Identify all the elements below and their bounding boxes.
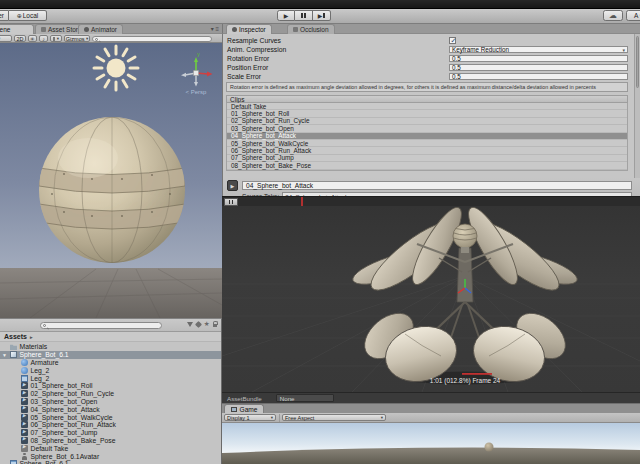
audio-icon: ♪ bbox=[42, 36, 45, 42]
asset-row-clip-bake-pose[interactable]: 08_Sphere_bot_Bake_Pose bbox=[0, 437, 221, 445]
clips-list: Default Take 01_Sphere_bot_Roll 02_Spher… bbox=[226, 103, 628, 171]
project-search-input[interactable] bbox=[40, 322, 162, 330]
breadcrumb[interactable]: Assets▸ bbox=[0, 332, 221, 342]
2d-toggle-button[interactable]: 2D bbox=[14, 35, 26, 42]
project-toolbar: ★ bbox=[0, 319, 221, 332]
asset-row-clip-run-cycle[interactable]: 02_Sphere_bot_Run_Cycle bbox=[0, 390, 221, 398]
preview-3d-render: 1:01 (012.8%) Frame 24 bbox=[222, 206, 640, 392]
play-icon: ▶ bbox=[231, 183, 235, 189]
search-by-type-icon[interactable] bbox=[187, 322, 193, 327]
image-icon bbox=[53, 37, 55, 41]
scene-audio-toggle[interactable]: ♪ bbox=[39, 35, 48, 42]
asset-row-sphere-bot-mesh[interactable]: Sphere_Bot_6.1 bbox=[0, 460, 221, 464]
rotation-error-field[interactable]: 0.5 bbox=[449, 55, 628, 63]
display-dropdown[interactable]: Display 1▾ bbox=[224, 414, 276, 421]
asset-row-sphere-bot-model[interactable]: ▼Sphere_Bot_6.1 bbox=[0, 351, 221, 359]
animation-clip-icon bbox=[21, 398, 28, 405]
chevron-down-icon: ▾ bbox=[381, 415, 383, 420]
play-button[interactable]: ▶ bbox=[277, 10, 295, 21]
pivot-toggle-button[interactable]: Center bbox=[0, 10, 9, 21]
asset-row-clip-roll[interactable]: 01_Sphere_bot_Roll bbox=[0, 382, 221, 390]
playmode-controls: ▶ ▶ bbox=[277, 10, 331, 21]
scene-3d-render: y bbox=[0, 43, 222, 318]
anim-compression-dropdown[interactable]: Keyframe Reduction bbox=[449, 46, 628, 54]
step-button[interactable]: ▶ bbox=[313, 10, 331, 21]
sun-icon: ☀ bbox=[30, 36, 35, 42]
local-global-toggle-button[interactable]: ⊕Local bbox=[9, 10, 47, 21]
assetbundle-dropdown[interactable]: None bbox=[276, 394, 334, 402]
asset-row-leg2-transform[interactable]: Leg_2 bbox=[0, 366, 221, 374]
resample-curves-checkbox[interactable] bbox=[449, 37, 456, 44]
animation-clip-icon bbox=[21, 382, 28, 389]
unity-editor-window: Window Help Center ⊕Local ▶ ▶ ☁ A▾ Scene… bbox=[0, 0, 640, 464]
asset-row-leg2-mesh[interactable]: Leg_2 bbox=[0, 374, 221, 382]
search-icon bbox=[95, 38, 98, 41]
inspector-scrollbar[interactable] bbox=[634, 34, 640, 178]
search-icon bbox=[43, 324, 46, 327]
tab-occlusion[interactable]: Occlusion bbox=[287, 24, 335, 34]
panel-menu-icon[interactable]: ▾ ≡ bbox=[211, 25, 219, 32]
preview-pause-button[interactable] bbox=[224, 198, 238, 206]
favorites-star-icon[interactable]: ★ bbox=[204, 321, 210, 328]
assetbundle-label: AssetBundle bbox=[227, 395, 262, 402]
transform-icon bbox=[21, 367, 28, 374]
account-button[interactable]: A▾ bbox=[626, 10, 640, 21]
animation-preview-header: ▶ 04_Sphere_bot_Attack Source Take: 04_S… bbox=[222, 178, 640, 196]
asset-row-materials[interactable]: Materials bbox=[0, 343, 221, 351]
search-by-label-icon[interactable] bbox=[195, 321, 202, 328]
cloud-collab-button[interactable]: ☁ bbox=[603, 10, 623, 21]
animation-preview-viewport[interactable]: 1:01 (012.8%) Frame 24 bbox=[222, 206, 640, 392]
clip-row-bake-pose[interactable]: 08_Sphere_bot_Bake_Pose bbox=[227, 162, 627, 169]
pause-button[interactable] bbox=[295, 10, 313, 21]
cloud-icon: ☁ bbox=[609, 12, 617, 20]
project-panel: ★ Assets▸ Materials ▼Sphere_Bot_6.1 Arma… bbox=[0, 318, 222, 464]
folder-icon bbox=[10, 343, 17, 350]
animator-icon bbox=[84, 27, 89, 32]
preview-play-button[interactable]: ▶ bbox=[227, 180, 238, 191]
aspect-ratio-dropdown[interactable]: Free Aspect▾ bbox=[282, 414, 386, 421]
scale-error-field[interactable]: 0.5 bbox=[449, 73, 628, 81]
help-box: Rotation error is defined as maximum ang… bbox=[226, 82, 628, 92]
asset-row-avatar[interactable]: Sphere_Bot_6.1Avatar bbox=[0, 452, 221, 460]
persp-mode-label[interactable]: < Persp bbox=[176, 89, 216, 95]
asset-row-clip-open[interactable]: 03_Sphere_bot_Open bbox=[0, 398, 221, 406]
preview-clip-name-field[interactable]: 04_Sphere_bot_Attack bbox=[242, 181, 632, 190]
inspector-tabbar: Inspector Occlusion bbox=[222, 24, 640, 34]
tab-animator[interactable]: Animator bbox=[78, 24, 123, 34]
lock-icon[interactable] bbox=[213, 324, 218, 328]
game-viewport[interactable] bbox=[222, 423, 640, 464]
asset-row-clip-run-attack[interactable]: 06_Sphere_bot_Run_Attack bbox=[0, 421, 221, 429]
animation-clip-icon bbox=[21, 437, 28, 444]
position-error-field[interactable]: 0.5 bbox=[449, 64, 628, 72]
shading-mode-dropdown[interactable]: Shaded▾ bbox=[0, 35, 12, 42]
asset-row-default-take[interactable]: Default Take bbox=[0, 444, 221, 452]
asset-row-clip-attack[interactable]: 04_Sphere_bot_Attack bbox=[0, 405, 221, 413]
animation-clip-icon bbox=[21, 421, 28, 428]
animation-take-icon bbox=[21, 445, 28, 452]
scene-viewport[interactable]: y bbox=[0, 43, 222, 318]
foldout-triangle-icon[interactable]: ▼ bbox=[2, 352, 7, 358]
game-view-icon bbox=[231, 407, 237, 412]
globe-icon: ⊕ bbox=[17, 13, 22, 19]
preview-timeline[interactable] bbox=[222, 196, 640, 206]
scale-error-row: Scale Error 0.5 bbox=[227, 72, 628, 81]
asset-row-clip-walkcycle[interactable]: 05_Sphere_bot_WalkCycle bbox=[0, 413, 221, 421]
scene-view-toolbar: Shaded▾ 2D ☀ ♪ ▾ Gizmos▾ bbox=[0, 34, 222, 43]
scene-search-input[interactable] bbox=[92, 36, 212, 43]
transform-tools-group: Center ⊕Local bbox=[0, 10, 47, 21]
scene-panel-tabbar: Scene Asset Store Animator ▾ ≡ bbox=[0, 24, 222, 34]
avatar-icon bbox=[21, 453, 28, 460]
scene-lighting-toggle[interactable]: ☀ bbox=[28, 35, 37, 42]
scene-effects-dropdown[interactable]: ▾ bbox=[50, 35, 62, 42]
asset-row-clip-jump[interactable]: 07_Sphere_bot_Jump bbox=[0, 429, 221, 437]
tab-scene[interactable]: Scene bbox=[0, 24, 34, 34]
toolbar-right-group: ☁ A▾ bbox=[603, 10, 640, 21]
gizmos-dropdown[interactable]: Gizmos▾ bbox=[64, 35, 90, 42]
asset-row-armature[interactable]: Armature bbox=[0, 359, 221, 367]
mesh-icon bbox=[21, 375, 28, 382]
animation-clip-icon bbox=[21, 414, 28, 421]
scrollbar-thumb[interactable] bbox=[636, 36, 639, 88]
play-icon: ▶ bbox=[284, 13, 289, 19]
asset-store-icon bbox=[41, 27, 46, 32]
tab-inspector[interactable]: Inspector bbox=[226, 24, 272, 34]
